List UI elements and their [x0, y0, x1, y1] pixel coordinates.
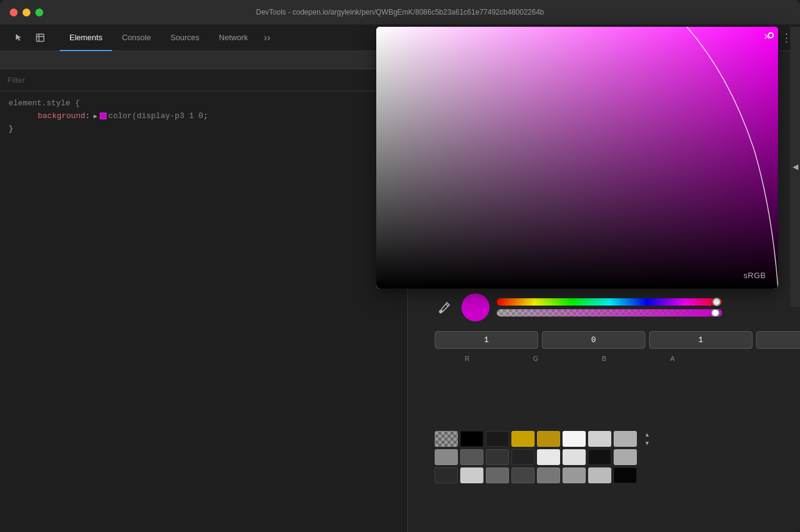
swatch-gray10[interactable]: [588, 467, 611, 483]
color-sliders: [497, 298, 722, 317]
g-input[interactable]: [542, 331, 645, 349]
fullscreen-button[interactable]: [35, 9, 43, 16]
swatch-gray9[interactable]: [563, 467, 586, 483]
color-gradient-field[interactable]: sRGB: [376, 27, 778, 289]
filter-bar: Filter: [0, 69, 407, 91]
swatches-spinner: ▲ ▼: [642, 431, 653, 447]
color-picker-controls: ▲ ▼ R G B A: [426, 289, 731, 367]
swatches-spinner-up[interactable]: ▲: [642, 431, 653, 438]
resize-handle[interactable]: ◀: [790, 27, 800, 307]
color-swatch-inline[interactable]: [100, 113, 107, 119]
hue-slider-thumb: [712, 298, 721, 306]
minimize-button[interactable]: [23, 9, 30, 16]
color-preview[interactable]: [461, 293, 489, 321]
css-property-line: background : ▶ color(display-p3 1 0 ;: [23, 110, 399, 123]
swatch-light-gray[interactable]: [588, 431, 611, 447]
css-selector-line: element.style {: [9, 97, 399, 110]
swatches-spinner-down[interactable]: ▼: [642, 439, 653, 447]
color-canvas[interactable]: sRGB: [376, 27, 778, 289]
color-tools-row: [426, 289, 731, 326]
rgba-labels: R G B A: [426, 354, 731, 367]
css-editor: element.style { background : ▶ color(dis…: [0, 91, 407, 141]
swatches-row-1: ▲ ▼: [435, 431, 728, 447]
alpha-slider[interactable]: [497, 309, 722, 317]
tab-elements[interactable]: Elements: [60, 24, 112, 51]
swatch-gray5[interactable]: [614, 449, 637, 465]
a-label: A: [640, 355, 706, 362]
svg-rect-10: [497, 309, 722, 317]
svg-rect-0: [37, 34, 44, 41]
window-title: DevTools - codepen.io/argyleink/pen/QWBg…: [256, 8, 544, 16]
traffic-lights: [10, 9, 43, 16]
swatch-light1[interactable]: [563, 449, 586, 465]
swatch-transparent[interactable]: [435, 431, 458, 447]
swatch-gray3[interactable]: [486, 449, 509, 465]
devtools-window: DevTools - codepen.io/argyleink/pen/QWBg…: [0, 0, 800, 532]
tab-icon-group: [5, 29, 55, 46]
swatches-area: ▲ ▼: [426, 426, 737, 488]
close-button[interactable]: [10, 9, 18, 16]
tab-sources[interactable]: Sources: [161, 24, 209, 51]
tab-network[interactable]: Network: [209, 24, 258, 51]
swatch-near-black[interactable]: [588, 449, 611, 465]
swatch-light2[interactable]: [460, 467, 483, 483]
swatch-black[interactable]: [460, 431, 483, 447]
b-input[interactable]: [649, 331, 753, 349]
a-input[interactable]: [756, 331, 800, 349]
cursor-icon-btn[interactable]: [11, 29, 28, 46]
gradient-dark-layer: [376, 27, 778, 289]
tab-more-button[interactable]: ››: [258, 32, 276, 43]
left-panel: Filter element.style { background : ▶ co…: [0, 51, 408, 532]
hue-slider[interactable]: [497, 298, 722, 306]
expand-arrow[interactable]: ▶: [94, 113, 97, 120]
g-label: G: [504, 355, 569, 362]
swatch-black2[interactable]: [614, 467, 637, 483]
swatches-row-2: [435, 449, 728, 465]
swatches-row-3: [435, 467, 728, 483]
eyedropper-button[interactable]: [435, 298, 454, 317]
swatch-off-white[interactable]: [537, 449, 560, 465]
swatch-gray6[interactable]: [486, 467, 509, 483]
r-input[interactable]: [435, 331, 538, 349]
titlebar: DevTools - codepen.io/argyleink/pen/QWBg…: [0, 0, 800, 24]
swatch-gray1[interactable]: [435, 449, 458, 465]
swatch-near-white[interactable]: [563, 431, 586, 447]
swatch-gray2[interactable]: [460, 449, 483, 465]
alpha-slider-thumb: [711, 309, 720, 317]
elements-toolbar: [0, 51, 407, 69]
b-label: B: [572, 355, 637, 362]
srgb-label: sRGB: [743, 271, 766, 280]
swatch-dark1[interactable]: [486, 431, 509, 447]
swatch-gray8[interactable]: [537, 467, 560, 483]
rgba-inputs: ▲ ▼: [426, 326, 731, 354]
swatch-gray7[interactable]: [511, 467, 535, 483]
swatch-dark2[interactable]: [435, 467, 458, 483]
swatch-gold-dark[interactable]: [511, 431, 535, 447]
swatch-gray4[interactable]: [511, 449, 535, 465]
tab-console[interactable]: Console: [112, 24, 161, 51]
css-close-brace: }: [9, 123, 399, 136]
inspect-icon-btn[interactable]: [32, 29, 49, 46]
svg-line-3: [446, 304, 448, 306]
r-label: R: [435, 355, 500, 362]
color-picker-popup: sRGB ✕: [376, 27, 778, 289]
popup-close-button[interactable]: ✕: [761, 30, 773, 43]
swatch-medium-gray[interactable]: [614, 431, 637, 447]
alpha-checker: [497, 309, 722, 317]
swatch-gold[interactable]: [537, 431, 560, 447]
